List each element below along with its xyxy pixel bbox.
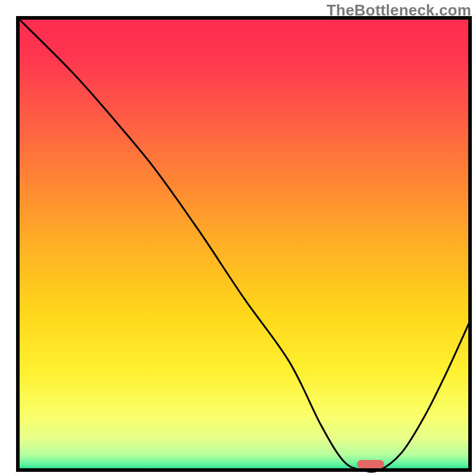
bottleneck-chart: TheBottleneck.com — [0, 0, 476, 476]
optimal-range-marker — [357, 460, 384, 468]
watermark-text: TheBottleneck.com — [327, 1, 471, 20]
chart-svg — [0, 0, 476, 476]
